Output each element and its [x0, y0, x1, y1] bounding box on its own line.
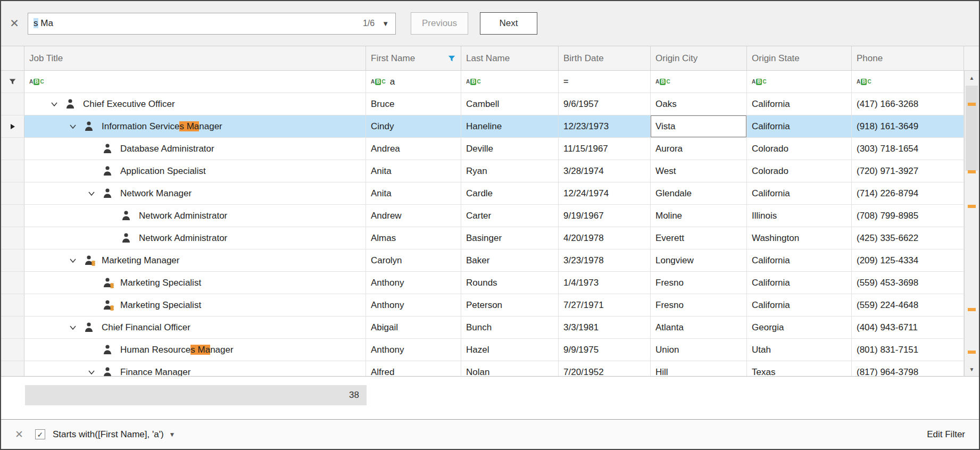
cell-birth[interactable]: 1/4/1973 — [559, 272, 651, 294]
cell-first[interactable]: Bruce — [366, 93, 461, 115]
cell-city[interactable]: Vista — [651, 115, 747, 137]
filter-cell-last[interactable]: ABC — [461, 71, 559, 93]
filter-cell-state[interactable]: ABC — [747, 71, 852, 93]
cell-state[interactable]: California — [747, 272, 852, 294]
cell-job[interactable]: Chief Financial Officer — [24, 316, 366, 338]
cell-state[interactable]: Georgia — [747, 316, 852, 338]
filter-close-icon[interactable]: ✕ — [15, 428, 23, 440]
cell-job[interactable]: Network Administrator — [24, 227, 366, 249]
cell-job[interactable]: Marketing Manager — [24, 249, 366, 271]
cell-city[interactable]: Fresno — [651, 272, 747, 294]
cell-birth[interactable]: 7/20/1952 — [559, 361, 651, 376]
column-header-job[interactable]: Job Title — [24, 46, 366, 70]
filter-cell-birth[interactable]: = — [559, 71, 651, 93]
column-header-phone[interactable]: Phone — [852, 46, 964, 70]
cell-city[interactable]: Hill — [651, 361, 747, 376]
cell-phone[interactable]: (714) 226-8794 — [852, 182, 964, 204]
cell-last[interactable]: Baker — [461, 249, 559, 271]
cell-state[interactable]: California — [747, 182, 852, 204]
cell-birth[interactable]: 11/15/1967 — [559, 138, 651, 160]
cell-first[interactable]: Cindy — [366, 115, 461, 137]
cell-job[interactable]: Chief Executive Officer — [24, 93, 366, 115]
tree-row[interactable]: Database AdministratorAndreaDeville11/15… — [1, 138, 964, 160]
cell-last[interactable]: Peterson — [461, 294, 559, 316]
cell-last[interactable]: Nolan — [461, 361, 559, 376]
cell-last[interactable]: Hazel — [461, 339, 559, 361]
filter-cell-first[interactable]: ABCa — [366, 71, 461, 93]
cell-city[interactable]: Glendale — [651, 182, 747, 204]
cell-job[interactable]: Marketing Specialist — [24, 272, 366, 294]
cell-job[interactable]: Finance Manager — [24, 361, 366, 376]
tree-row[interactable]: Marketing SpecialistAnthonyRounds1/4/197… — [1, 272, 964, 294]
cell-phone[interactable]: (417) 166-3268 — [852, 93, 964, 115]
filter-funnel-icon[interactable] — [447, 54, 456, 63]
cell-birth[interactable]: 7/27/1971 — [559, 294, 651, 316]
scroll-up-icon[interactable]: ▲ — [965, 71, 979, 85]
cell-city[interactable]: Union — [651, 339, 747, 361]
cell-first[interactable]: Andrew — [366, 205, 461, 227]
cell-birth[interactable]: 9/19/1967 — [559, 205, 651, 227]
cell-first[interactable]: Anita — [366, 182, 461, 204]
tree-row[interactable]: Network AdministratorAlmasBasinger4/20/1… — [1, 227, 964, 249]
cell-birth[interactable]: 3/28/1974 — [559, 160, 651, 182]
cell-phone[interactable]: (209) 125-4334 — [852, 249, 964, 271]
cell-last[interactable]: Cambell — [461, 93, 559, 115]
cell-first[interactable]: Anita — [366, 160, 461, 182]
cell-first[interactable]: Almas — [366, 227, 461, 249]
column-header-last[interactable]: Last Name — [461, 46, 559, 70]
previous-button[interactable]: Previous — [411, 12, 468, 35]
cell-state[interactable]: Texas — [747, 361, 852, 376]
expand-collapse-button[interactable] — [63, 122, 82, 131]
filter-cell-city[interactable]: ABC — [651, 71, 747, 93]
tree-row[interactable]: Network ManagerAnitaCardle12/24/1974Glen… — [1, 182, 964, 205]
cell-city[interactable]: Oaks — [651, 93, 747, 115]
edit-filter-button[interactable]: Edit Filter — [927, 429, 965, 440]
cell-first[interactable]: Andrea — [366, 138, 461, 160]
cell-city[interactable]: Fresno — [651, 294, 747, 316]
cell-phone[interactable]: (801) 831-7151 — [852, 339, 964, 361]
cell-state[interactable]: Illinois — [747, 205, 852, 227]
tree-row[interactable]: Finance ManagerAlfredNolan7/20/1952HillT… — [1, 361, 964, 376]
cell-birth[interactable]: 12/23/1973 — [559, 115, 651, 137]
filter-expression-label[interactable]: Starts with([First Name], 'a') — [53, 429, 164, 440]
search-input[interactable]: s Ma 1/6 ▼ — [28, 13, 396, 35]
tree-row[interactable]: Application SpecialistAnitaRyan3/28/1974… — [1, 160, 964, 182]
expand-collapse-button[interactable] — [82, 189, 101, 198]
cell-city[interactable]: Everett — [651, 227, 747, 249]
scrollbar-thumb[interactable] — [966, 86, 978, 171]
cell-phone[interactable]: (817) 964-3798 — [852, 361, 964, 376]
cell-last[interactable]: Cardle — [461, 182, 559, 204]
cell-city[interactable]: Aurora — [651, 138, 747, 160]
cell-last[interactable]: Basinger — [461, 227, 559, 249]
cell-phone[interactable]: (720) 971-3927 — [852, 160, 964, 182]
cell-last[interactable]: Haneline — [461, 115, 559, 137]
cell-phone[interactable]: (559) 453-3698 — [852, 272, 964, 294]
tree-row[interactable]: Network AdministratorAndrewCarter9/19/19… — [1, 205, 964, 227]
cell-last[interactable]: Deville — [461, 138, 559, 160]
cell-phone[interactable]: (708) 799-8985 — [852, 205, 964, 227]
cell-phone[interactable]: (918) 161-3649 — [852, 115, 964, 137]
cell-first[interactable]: Alfred — [366, 361, 461, 376]
cell-phone[interactable]: (559) 224-4648 — [852, 294, 964, 316]
filter-cell-job[interactable]: ABC — [24, 71, 366, 93]
tree-row[interactable]: Chief Executive OfficerBruceCambell9/6/1… — [1, 93, 964, 115]
tree-row[interactable]: Information Services ManagerCindyHanelin… — [1, 115, 964, 138]
vertical-scrollbar[interactable]: ▲ ▼ — [964, 71, 979, 376]
cell-last[interactable]: Rounds — [461, 272, 559, 294]
next-button[interactable]: Next — [480, 12, 537, 35]
cell-job[interactable]: Network Manager — [24, 182, 366, 204]
expand-collapse-button[interactable] — [82, 368, 101, 377]
cell-phone[interactable]: (303) 718-1654 — [852, 138, 964, 160]
cell-state[interactable]: Colorado — [747, 160, 852, 182]
column-header-city[interactable]: Origin City — [651, 46, 747, 70]
cell-birth[interactable]: 4/20/1978 — [559, 227, 651, 249]
cell-first[interactable]: Anthony — [366, 339, 461, 361]
cell-state[interactable]: California — [747, 294, 852, 316]
cell-birth[interactable]: 3/3/1981 — [559, 316, 651, 338]
tree-row[interactable]: Human Resources ManagerAnthonyHazel9/9/1… — [1, 339, 964, 361]
cell-state[interactable]: Colorado — [747, 138, 852, 160]
column-header-first[interactable]: First Name — [366, 46, 461, 70]
expand-collapse-button[interactable] — [63, 256, 82, 265]
cell-last[interactable]: Ryan — [461, 160, 559, 182]
cell-phone[interactable]: (404) 943-6711 — [852, 316, 964, 338]
